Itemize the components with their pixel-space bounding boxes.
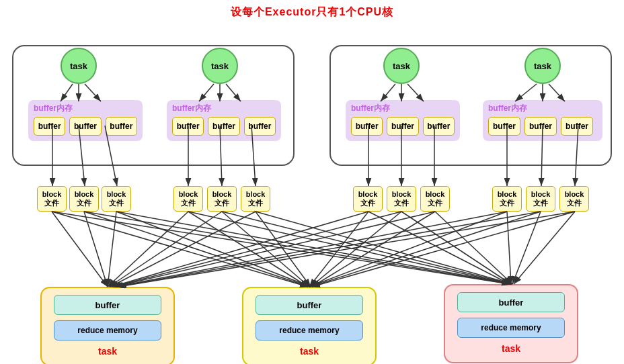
svg-line-56 xyxy=(401,212,511,284)
svg-line-33 xyxy=(114,212,435,287)
block-3-2: block文件 xyxy=(387,186,416,212)
reduce-buffer-1: buffer xyxy=(54,295,161,315)
svg-line-51 xyxy=(116,212,512,284)
buf-item-2-2: buffer xyxy=(208,117,239,136)
svg-line-27 xyxy=(108,212,116,287)
reduce-box-1: buffer reduce memory task xyxy=(40,287,175,364)
svg-line-57 xyxy=(435,212,512,284)
block-1-2: block文件 xyxy=(69,186,99,212)
block-2-2: block文件 xyxy=(207,186,237,212)
block-4-2: block文件 xyxy=(526,186,555,212)
svg-line-59 xyxy=(512,212,541,284)
svg-line-25 xyxy=(52,212,108,287)
buf-item-1-2: buffer xyxy=(69,117,101,136)
task-circle-4: task xyxy=(524,48,561,84)
svg-line-44 xyxy=(311,212,401,287)
task-circle-3: task xyxy=(383,48,420,84)
svg-line-32 xyxy=(113,212,401,287)
buf-mem-box-2: buffer内存 buffer buffer buffer xyxy=(167,100,281,141)
reduce-task-label-2: task xyxy=(300,346,319,357)
svg-line-48 xyxy=(312,212,575,287)
svg-line-43 xyxy=(309,212,368,287)
block-3-1: block文件 xyxy=(353,186,383,212)
block-4-1: block文件 xyxy=(492,186,522,212)
block-1-3: block文件 xyxy=(102,186,131,212)
block-2-1: block文件 xyxy=(173,186,203,212)
svg-line-28 xyxy=(108,212,188,287)
svg-line-55 xyxy=(368,212,510,284)
title: 设每个Executor只有1个CPU核 xyxy=(0,0,624,19)
buf-item-1-1: buffer xyxy=(34,117,65,136)
svg-line-34 xyxy=(116,212,507,287)
buf-item-4-2: buffer xyxy=(524,117,557,136)
buf-mem-box-4: buffer内存 buffer buffer buffer xyxy=(483,100,602,141)
svg-line-42 xyxy=(256,212,311,287)
buf-item-4-3: buffer xyxy=(561,117,593,136)
svg-line-58 xyxy=(507,212,511,284)
svg-line-46 xyxy=(309,212,507,287)
svg-line-41 xyxy=(222,212,309,287)
reduce-memory-2: reduce memory xyxy=(256,320,363,340)
block-2-3: block文件 xyxy=(241,186,270,212)
svg-line-50 xyxy=(84,212,511,284)
buf-mem-box-1: buffer内存 buffer buffer buffer xyxy=(28,100,143,141)
block-4-3: block文件 xyxy=(559,186,589,212)
reduce-buffer-3: buffer xyxy=(457,292,565,312)
svg-line-38 xyxy=(84,212,309,287)
buf-item-3-3: buffer xyxy=(423,117,455,136)
block-3-3: block文件 xyxy=(420,186,450,212)
svg-line-31 xyxy=(112,212,368,287)
reduce-task-label-3: task xyxy=(502,343,520,354)
reduce-task-label-1: task xyxy=(98,346,117,357)
reduce-memory-1: reduce memory xyxy=(54,320,161,340)
svg-line-52 xyxy=(188,212,510,284)
task-circle-2: task xyxy=(202,48,238,84)
svg-line-39 xyxy=(116,212,311,287)
buf-item-2-3: buffer xyxy=(244,117,276,136)
svg-line-35 xyxy=(117,212,541,287)
buf-mem-box-3: buffer内存 buffer buffer buffer xyxy=(346,100,460,141)
svg-line-26 xyxy=(84,212,108,287)
svg-line-29 xyxy=(109,212,222,287)
reduce-memory-3: reduce memory xyxy=(457,318,565,338)
block-1-1: block文件 xyxy=(37,186,67,212)
svg-line-60 xyxy=(514,212,575,284)
buf-item-2-1: buffer xyxy=(172,117,204,136)
buf-item-3-1: buffer xyxy=(351,117,383,136)
svg-line-53 xyxy=(222,212,511,284)
task-circle-1: task xyxy=(61,48,97,84)
svg-line-37 xyxy=(52,212,308,287)
svg-line-30 xyxy=(110,212,256,287)
svg-line-49 xyxy=(52,212,510,284)
buf-item-4-1: buffer xyxy=(488,117,520,136)
reduce-buffer-2: buffer xyxy=(256,295,363,315)
svg-line-45 xyxy=(312,212,435,287)
svg-line-40 xyxy=(188,212,308,287)
svg-line-47 xyxy=(311,212,541,287)
buf-item-1-3: buffer xyxy=(106,117,137,136)
reduce-box-2: buffer reduce memory task xyxy=(242,287,377,364)
buf-item-3-2: buffer xyxy=(387,117,418,136)
reduce-box-3: buffer reduce memory task xyxy=(444,284,578,363)
svg-line-36 xyxy=(118,212,575,287)
svg-line-54 xyxy=(256,212,512,284)
